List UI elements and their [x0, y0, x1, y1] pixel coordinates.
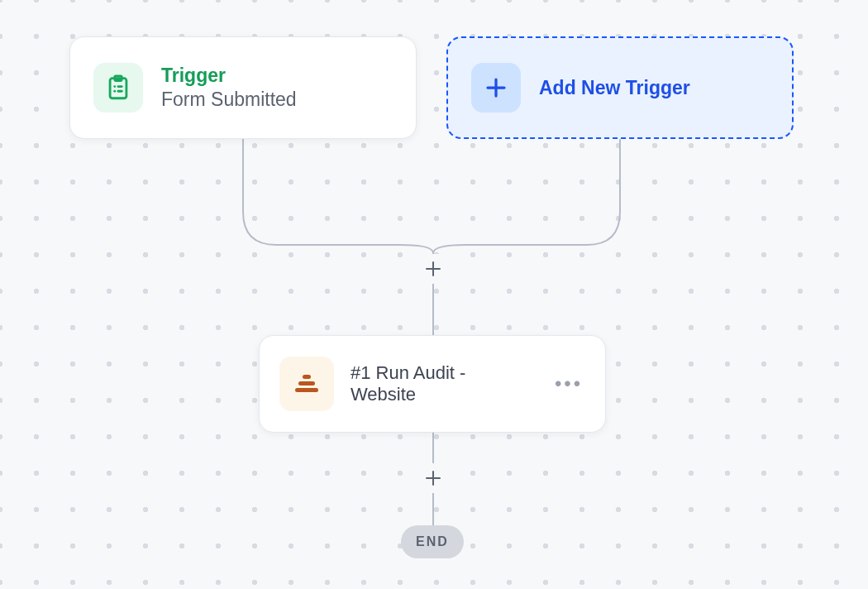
trigger-node[interactable]: Trigger Form Submitted: [69, 36, 417, 139]
trigger-subtitle: Form Submitted: [161, 89, 297, 110]
clipboard-icon: [93, 63, 143, 113]
svg-rect-14: [295, 388, 318, 392]
add-trigger-label: Add New Trigger: [539, 77, 690, 99]
add-trigger-node[interactable]: Add New Trigger: [446, 36, 794, 139]
trigger-title: Trigger: [161, 65, 297, 86]
end-label: END: [416, 534, 449, 549]
svg-rect-13: [298, 381, 315, 385]
step-more-button[interactable]: •••: [552, 367, 585, 400]
svg-rect-12: [303, 375, 311, 379]
workflow-step-node[interactable]: #1 Run Audit - Website •••: [259, 335, 606, 433]
plus-icon: [471, 63, 521, 113]
end-node: END: [401, 525, 464, 558]
step-label: #1 Run Audit - Website: [351, 362, 536, 405]
stack-icon: [279, 357, 334, 411]
add-step-button-top[interactable]: [418, 254, 448, 284]
more-icon: •••: [555, 372, 583, 395]
add-step-button-bottom[interactable]: [418, 463, 448, 493]
workflow-canvas[interactable]: Trigger Form Submitted Add New Trigger: [0, 0, 868, 589]
